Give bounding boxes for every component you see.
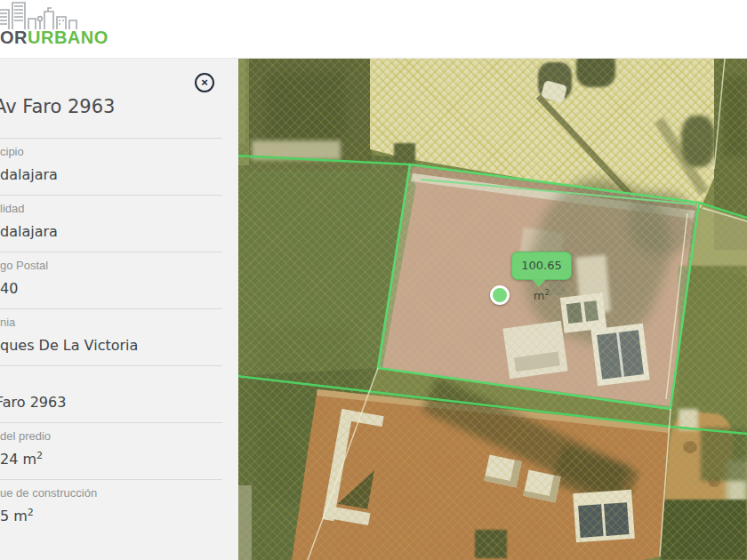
parcel-title: Av Faro 2963 [0,96,115,117]
satellite-map[interactable]: 100.65 m2 [238,59,747,560]
close-panel-button[interactable]: × [195,73,214,92]
city-skyline-logo-icon [0,1,80,31]
divider [0,195,222,196]
field-value-colonia: ques De La Victoria [0,333,138,354]
parcel-area-chip[interactable]: 100.65 m2 [511,252,572,280]
divider [0,252,222,252]
divider [0,365,222,366]
brand-logo-green: URBANO [28,28,108,47]
brand-logo-gray: OR [0,28,28,47]
divider [0,308,222,309]
app-header: ORURBANO [0,0,747,59]
brand-logo-text: ORURBANO [0,28,108,48]
field-value-calle: Faro 2963 [0,390,66,411]
area-chip-tail [532,279,546,287]
field-label-localidad: lidad [0,202,24,215]
field-label-bloque-construccion: ue de construcción [0,486,97,500]
field-value-bloque-construccion: 5 m2 [0,504,34,524]
parcel-overlay-lines [238,59,747,560]
divider [0,422,222,423]
field-label-area-predio: del predio [0,429,51,443]
parcel-info-panel: × Av Faro 2963 cipio dalajara lidad dala… [0,59,238,560]
field-value-area-predio: 24 m2 [0,447,43,468]
divider [0,479,222,480]
parcel-marker-dot[interactable] [490,285,510,305]
divider [0,138,222,139]
field-label-codigo-postal: go Postal [0,259,48,272]
close-icon: × [197,75,213,91]
field-label-colonia: nia [0,316,15,329]
field-value-municipio: dalajara [0,163,58,183]
field-label-municipio: cipio [0,145,24,158]
field-value-localidad: dalajara [0,220,58,240]
field-value-codigo-postal: 40 [0,276,18,297]
